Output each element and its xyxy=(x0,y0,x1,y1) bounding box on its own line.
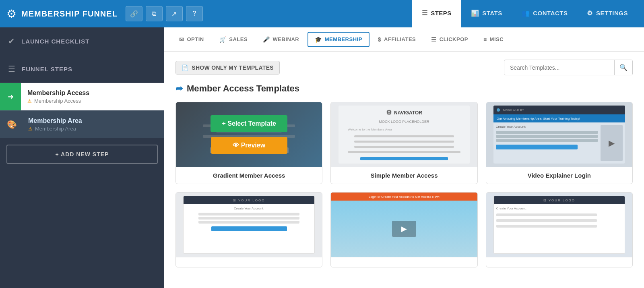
active-arrow-icon: ➜ xyxy=(0,83,21,110)
bt2-bar-text: Login or Create Your Account to Get Acce… xyxy=(369,195,440,199)
vm-banner: Our Amazing Membership Area: Start Your … xyxy=(493,114,625,122)
tab-contacts[interactable]: 👥 CONTACTS xyxy=(512,0,578,27)
show-my-templates-label: SHOW ONLY MY TEMPLATES xyxy=(192,64,274,71)
sidebar-item-subtitle-text-1: Membership Access xyxy=(34,98,81,104)
sidebar-item-membership-access[interactable]: ➜ Membership Access ⚠ Membership Access xyxy=(0,83,164,110)
link-icon-btn[interactable]: 🔗 xyxy=(126,6,142,21)
bt2-video-placeholder: ▶ xyxy=(392,221,416,237)
vm-header: NAVIGATOR xyxy=(493,106,625,114)
settings-gear-icon: ⚙ xyxy=(587,9,593,17)
bt1-line-2 xyxy=(198,217,299,220)
sidebar-item-content-2: Membership Area ⚠ Membership Area xyxy=(23,111,164,138)
help-icon-btn[interactable]: ? xyxy=(186,6,203,21)
tab-clickpop-label: CLICKPOP xyxy=(440,36,468,42)
tab-steps[interactable]: ☰ STEPS xyxy=(412,0,461,27)
template-card-bottom3[interactable]: ⊡ YOUR LOGO Create Your Account: xyxy=(486,192,633,267)
nav-cta xyxy=(360,157,448,161)
template-card-bottom1[interactable]: ⊡ YOUR LOGO Create Your Account: xyxy=(175,192,322,267)
gear-icon: ⚙ xyxy=(6,7,17,21)
tab-webinar[interactable]: 🎤 WEBINAR xyxy=(256,32,306,47)
sidebar-item-content-1: Membership Access ⚠ Membership Access xyxy=(21,83,164,110)
sidebar-item-subtitle-text-2: Membership Area xyxy=(35,126,76,132)
nav-subtitle: MOCK LOGO PLACEHOLDER xyxy=(379,120,429,124)
tab-stats-label: STATS xyxy=(482,10,502,17)
sidebar-item-subtitle-2: ⚠ Membership Area xyxy=(28,126,159,132)
tab-sales[interactable]: 🛒 SALES xyxy=(213,32,254,47)
bt3-form-title: Create Your Account: xyxy=(496,207,622,210)
affiliates-icon: $ xyxy=(378,36,381,43)
template-card-video[interactable]: NAVIGATOR Our Amazing Membership Area: S… xyxy=(486,102,633,184)
template-label-simple: Simple Member Access xyxy=(331,167,477,184)
template-thumb-bottom1: ⊡ YOUR LOGO Create Your Account: xyxy=(176,193,322,257)
external-link-icon-btn[interactable]: ↗ xyxy=(166,6,183,21)
search-input[interactable] xyxy=(504,61,614,75)
add-new-step-button[interactable]: + ADD NEW STEP xyxy=(6,145,158,164)
vm-right: ▶ xyxy=(601,125,623,161)
bt1-body: Create Your Account: xyxy=(184,204,314,253)
tab-webinar-label: WEBINAR xyxy=(273,36,299,42)
tab-settings[interactable]: ⚙ SETTINGS xyxy=(577,0,638,27)
top-nav-right: ☰ STEPS 📊 STATS 👥 CONTACTS ⚙ SETTINGS xyxy=(412,0,638,27)
tab-sales-label: SALES xyxy=(229,36,248,42)
contacts-people-icon: 👥 xyxy=(522,9,530,17)
bt1-cta xyxy=(211,226,287,231)
membership-area-icon: 🎨 xyxy=(0,112,23,137)
bt2-play-icon: ▶ xyxy=(401,224,407,233)
tab-optin-label: OPTIN xyxy=(187,36,204,42)
sales-icon: 🛒 xyxy=(219,36,227,43)
tab-membership-label: MEMBERSHIP xyxy=(325,36,362,42)
bt3-line-1 xyxy=(496,213,597,216)
bt1-form-title: Create Your Account: xyxy=(234,207,264,210)
copy-icon-btn[interactable]: ⧉ xyxy=(146,6,163,21)
main-content: ✉ OPTIN 🛒 SALES 🎤 WEBINAR 🎓 MEMBERSHIP $… xyxy=(164,27,644,288)
vm-body: Create Your Account: ▶ xyxy=(493,122,625,164)
warn-icon-2: ⚠ xyxy=(28,126,33,132)
sidebar-launch-checklist[interactable]: ✔ LAUNCH CHECKLIST xyxy=(0,27,164,55)
tab-affiliates[interactable]: $ AFFILIATES xyxy=(371,32,423,47)
nav-logo-bar: ⚙ NAVIGATOR xyxy=(386,109,422,116)
template-label-bottom3 xyxy=(486,257,632,267)
tab-membership[interactable]: 🎓 MEMBERSHIP xyxy=(308,32,369,47)
sidebar: ✔ LAUNCH CHECKLIST ☰ FUNNEL STEPS ➜ Memb… xyxy=(0,27,164,288)
template-thumb-video: NAVIGATOR Our Amazing Membership Area: S… xyxy=(486,102,632,167)
bt3-body: Create Your Account: xyxy=(494,204,625,253)
warn-icon-1: ⚠ xyxy=(27,98,32,104)
optin-icon: ✉ xyxy=(179,36,184,43)
search-button[interactable]: 🔍 xyxy=(614,60,632,75)
select-template-button[interactable]: + Select Template xyxy=(211,115,287,132)
template-label-bottom1 xyxy=(176,257,322,267)
template-toolbar: 📄 SHOW ONLY MY TEMPLATES 🔍 xyxy=(175,60,633,75)
checklist-icon: ✔ xyxy=(8,36,15,46)
section-header: ➦ Member Access Templates xyxy=(175,83,633,94)
app-title: MEMBERSHIP FUNNEL xyxy=(21,9,118,19)
form-line-4 xyxy=(348,151,460,153)
nav-logo-text: NAVIGATOR xyxy=(394,110,422,116)
launch-checklist-label: LAUNCH CHECKLIST xyxy=(21,38,89,45)
tab-stats[interactable]: 📊 STATS xyxy=(461,0,512,27)
tab-optin[interactable]: ✉ OPTIN xyxy=(172,32,211,47)
bt1-logo-text: ⊡ YOUR LOGO xyxy=(233,199,265,202)
template-thumb-bottom3: ⊡ YOUR LOGO Create Your Account: xyxy=(486,193,632,257)
template-thumb-bottom2: Login or Create Your Account to Get Acce… xyxy=(331,193,477,257)
template-card-gradient[interactable]: NAVIGATOR + Select Template 👁 Preview xyxy=(175,102,322,184)
vm-banner-text: Our Amazing Membership Area: Start Your … xyxy=(497,117,580,120)
template-card-simple[interactable]: ⚙ NAVIGATOR MOCK LOGO PLACEHOLDER Welcom… xyxy=(330,102,477,184)
show-my-templates-button[interactable]: 📄 SHOW ONLY MY TEMPLATES xyxy=(175,61,280,75)
preview-button[interactable]: 👁 Preview xyxy=(211,137,287,154)
bottom-thumb-1: ⊡ YOUR LOGO Create Your Account: xyxy=(183,196,315,254)
section-arrow-icon: ➦ xyxy=(175,83,183,94)
form-line-3 xyxy=(354,146,454,148)
toolbar-icons: 🔗 ⧉ ↗ ? xyxy=(126,6,203,21)
funnel-steps-label: FUNNEL STEPS xyxy=(22,66,72,73)
template-grid: NAVIGATOR + Select Template 👁 Preview xyxy=(175,102,633,267)
tab-misc[interactable]: ≡ MISC xyxy=(477,32,510,47)
nav-logo-icon: ⚙ xyxy=(386,109,392,116)
top-nav: ⚙ MEMBERSHIP FUNNEL 🔗 ⧉ ↗ ? ☰ STEPS 📊 ST… xyxy=(0,0,644,27)
template-thumb-gradient: NAVIGATOR + Select Template 👁 Preview xyxy=(176,102,322,167)
vm-play-icon: ▶ xyxy=(609,138,615,148)
template-card-bottom2[interactable]: Login or Create Your Account to Get Acce… xyxy=(330,192,477,267)
sidebar-funnel-steps[interactable]: ☰ FUNNEL STEPS xyxy=(0,55,164,83)
tab-clickpop[interactable]: ☰ CLICKPOP xyxy=(424,32,475,47)
sidebar-item-membership-area[interactable]: 🎨 Membership Area ⚠ Membership Area xyxy=(0,110,164,138)
search-box: 🔍 xyxy=(504,60,633,75)
